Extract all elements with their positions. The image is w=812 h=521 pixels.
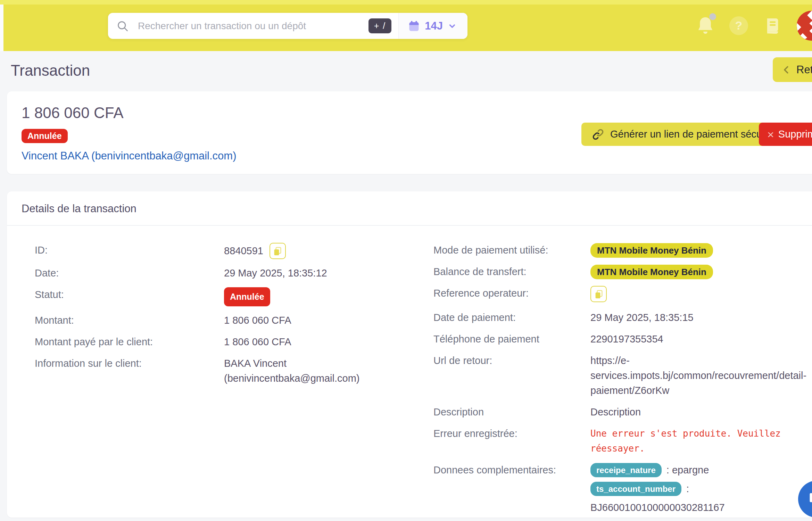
detail-row-date-paiement: Date de paiement: 29 May 2025, 18:35:15 [433,310,812,325]
complementary-data: receipe_nature : epargne ts_account_numb… [590,463,725,515]
montant-paye-value: 1 806 060 CFA [224,334,291,349]
search-input[interactable] [138,20,362,32]
montant-value: 1 806 060 CFA [224,313,291,328]
date-range-label: 14J [425,20,443,32]
detail-row-mode-paiement: Mode de paiement utilisé: MTN Mobile Mon… [433,243,812,258]
details-right-column: Mode de paiement utilisé: MTN Mobile Mon… [433,243,812,521]
search-icon [116,20,129,32]
meta-value: : [686,481,689,496]
transaction-details-card: Details de la transaction ID: 8840591 Da… [7,191,812,518]
docs-book-icon[interactable] [763,16,782,35]
meta-key-badge: receipe_nature [590,463,662,477]
help-button[interactable]: ? [729,16,748,35]
transaction-id-value: 8840591 [224,243,263,258]
detail-row-montant-paye: Montant payé par le client: 1 806 060 CF… [35,334,433,349]
back-button[interactable]: Retour [773,57,812,82]
detail-row-erreur: Erreur enregistrée: Une erreur s'est pro… [433,426,812,456]
detail-row-description: Description Description [433,405,812,420]
avatar[interactable] [797,11,812,41]
payment-method-badge: MTN Mobile Money Bénin [590,243,713,258]
description-value: Description [590,405,641,420]
status-badge: Annulée [22,129,68,143]
copy-icon [594,289,604,299]
keyboard-shortcut-badge: + / [368,18,392,33]
meta-value: : epargne [666,463,709,478]
notifications-button[interactable] [696,15,715,36]
transaction-amount: 1 806 060 CFA [22,104,124,122]
client-info-value: BAKA Vincent (benivincentbaka@gmail.com) [224,356,360,386]
return-url-value: https://e- services.impots.bj/common/rec… [590,353,806,398]
detail-row-statut: Statut: Annulée [35,287,433,306]
back-button-label: Retour [796,64,812,76]
date-value: 29 May 2025, 18:35:12 [224,266,327,281]
question-mark-icon: ? [735,19,743,32]
generate-payment-link-button[interactable]: Générer un lien de paiement sécurisé [581,123,789,146]
generate-payment-link-label: Générer un lien de paiement sécurisé [610,129,778,140]
status-badge: Annulée [224,287,270,306]
detail-row-date: Date: 29 May 2025, 18:35:12 [35,266,433,281]
meta-key-badge: ts_account_number [590,482,681,496]
detail-row-reference: Reference operateur: [433,286,812,304]
payment-phone-value: 2290197355354 [590,332,663,347]
customer-link[interactable]: Vincent BAKA (benivincentbaka@gmail.com) [22,150,237,162]
chat-bubble-icon [807,490,812,508]
copy-icon [272,246,283,256]
payment-date-value: 29 May 2025, 18:35:15 [590,310,694,325]
topbar-top-strip [0,0,812,5]
detail-row-info-client: Information sur le client: BAKA Vincent … [35,356,433,386]
error-message: Une erreur s'est produite. Veuillez rées… [590,426,781,456]
transfer-balance-badge: MTN Mobile Money Bénin [590,265,713,279]
detail-row-telephone: Téléphone de paiement 2290197355354 [433,332,812,347]
copy-reference-button[interactable] [590,286,607,302]
delete-button[interactable]: × Supprimer [759,123,812,146]
detail-row-url-retour: Url de retour: https://e- services.impot… [433,353,812,398]
topbar-icons: ? [696,0,812,51]
topbar: + / 14J ? [0,0,812,51]
copy-id-button[interactable] [270,243,286,259]
delete-button-label: Supprimer [778,129,812,140]
detail-row-id: ID: 8840591 [35,243,433,259]
detail-row-donnees: Donnees complementaires: receipe_nature … [433,463,812,515]
details-left-column: ID: 8840591 Date: 29 May 2025, 18:35:12 … [35,243,433,521]
date-range-button[interactable]: 14J [398,13,467,39]
chevron-down-icon [447,21,457,31]
search-bar[interactable]: + / 14J [108,13,467,39]
close-icon: × [767,129,774,140]
topbar-left-strip [0,5,3,51]
detail-row-montant: Montant: 1 806 060 CFA [35,313,433,328]
detail-row-balance: Balance de transfert: MTN Mobile Money B… [433,264,812,279]
transaction-summary-card: 1 806 060 CFA Annulée Vincent BAKA (beni… [7,91,812,174]
page-title: Transaction [11,62,90,79]
link-icon [592,128,604,141]
details-title: Details de la transaction [22,202,136,215]
notification-dot [709,13,716,20]
account-number-value: BJ6600100100000030281167 [590,500,725,515]
chevron-left-icon [781,65,792,75]
calendar-icon [408,20,420,32]
